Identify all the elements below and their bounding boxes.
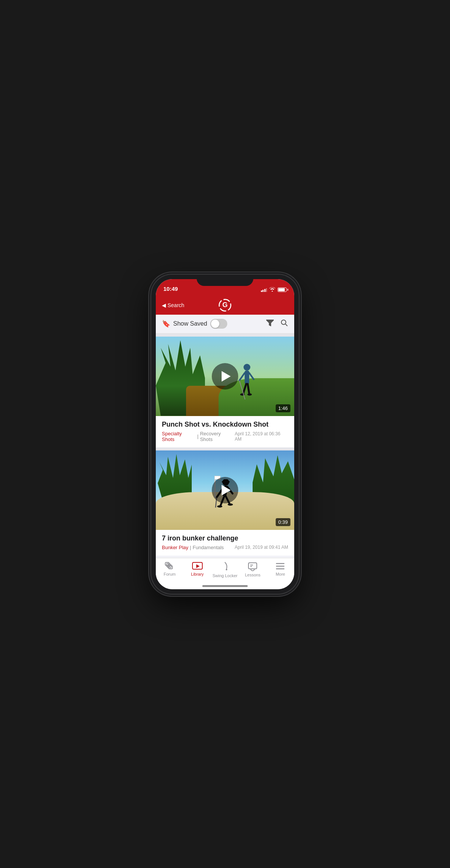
video-date-2: April 19, 2019 at 09:41 AM — [235, 545, 288, 550]
library-icon — [192, 562, 203, 570]
lessons-icon — [248, 562, 258, 571]
tab-forum[interactable]: Forum — [156, 562, 183, 576]
svg-text:G: G — [222, 301, 228, 309]
app-header: ◀ Search G — [156, 296, 294, 315]
svg-point-19 — [228, 503, 233, 506]
svg-line-6 — [249, 373, 254, 379]
notch — [197, 275, 253, 286]
video-meta-1: Specialty Shots | Recovery Shots April 1… — [162, 431, 288, 442]
tab-swing-locker[interactable]: Swing Locker — [211, 562, 239, 578]
section-divider-2 — [156, 447, 294, 450]
show-saved-section: 🔖 Show Saved — [162, 319, 266, 329]
video-duration-2: 0:39 — [276, 518, 290, 526]
video-thumbnail-2[interactable]: 0:39 — [156, 450, 294, 530]
tab-library-label: Library — [191, 572, 204, 576]
video-title-2: 7 iron bunker challenge — [162, 534, 288, 542]
video-duration-1: 1:46 — [276, 404, 290, 412]
tab-library[interactable]: Library — [183, 562, 211, 576]
video-info-1: Punch Shot vs. Knockdown Shot Specialty … — [156, 416, 294, 447]
wifi-icon — [269, 287, 275, 293]
tab-bar: Forum Library Swing Locker — [156, 558, 294, 589]
video-tags-1: Specialty Shots | Recovery Shots — [162, 431, 235, 442]
video-card: 1:46 Punch Shot vs. Knockdown Shot Speci… — [156, 337, 294, 447]
phone-frame: 10:49 — [151, 275, 299, 594]
tab-more[interactable]: More — [267, 562, 294, 576]
svg-point-2 — [281, 320, 286, 325]
toolbar-actions — [266, 319, 288, 329]
svg-line-8 — [248, 384, 249, 394]
svg-point-3 — [244, 364, 250, 371]
tag-primary-2[interactable]: Bunker Play — [162, 545, 188, 550]
signal-bars-icon — [261, 287, 267, 292]
status-icons — [261, 287, 287, 293]
play-button-2[interactable] — [212, 477, 238, 503]
tag-secondary-1: Recovery Shots — [200, 431, 235, 442]
svg-rect-28 — [248, 563, 257, 569]
home-indicator — [202, 585, 248, 587]
bookmark-icon: 🔖 — [162, 320, 170, 328]
video-card-2: 0:39 7 iron bunker challenge Bunker Play… — [156, 450, 294, 556]
video-thumbnail-1[interactable]: 1:46 — [156, 337, 294, 416]
tab-lessons[interactable]: Lessons — [239, 562, 267, 577]
more-icon — [275, 562, 285, 570]
search-icon[interactable] — [281, 319, 288, 329]
toolbar: 🔖 Show Saved — [156, 315, 294, 334]
swing-locker-icon — [221, 562, 229, 572]
play-button-1[interactable] — [212, 363, 238, 390]
video-meta-2: Bunker Play | Fundamentals April 19, 201… — [162, 545, 288, 550]
show-saved-toggle[interactable] — [210, 319, 227, 329]
video-info-2: 7 iron bunker challenge Bunker Play | Fu… — [156, 530, 294, 556]
tab-forum-label: Forum — [164, 572, 176, 576]
battery-icon — [278, 287, 287, 292]
filter-icon[interactable] — [266, 320, 274, 328]
svg-point-10 — [247, 393, 252, 396]
show-saved-label: Show Saved — [173, 320, 207, 327]
forum-icon — [165, 562, 175, 570]
back-arrow-icon: ◀ — [162, 302, 166, 308]
back-search-button[interactable]: ◀ Search — [162, 302, 184, 308]
tag-separator-1: | — [197, 433, 199, 439]
svg-line-7 — [243, 384, 246, 394]
video-tags-2: Bunker Play | Fundamentals — [162, 545, 224, 550]
video-date-1: April 12, 2019 at 06:36 AM — [235, 431, 288, 442]
svg-marker-26 — [196, 564, 200, 568]
tag-primary-1[interactable]: Specialty Shots — [162, 431, 196, 442]
tag-secondary-2: Fundamentals — [192, 545, 223, 550]
svg-point-18 — [217, 505, 222, 508]
tab-swing-locker-label: Swing Locker — [213, 573, 237, 578]
back-label: Search — [168, 302, 184, 308]
section-divider — [156, 334, 294, 337]
status-time: 10:49 — [163, 286, 178, 292]
video-title-1: Punch Shot vs. Knockdown Shot — [162, 421, 288, 429]
screen: 10:49 — [156, 279, 294, 589]
tab-lessons-label: Lessons — [245, 573, 261, 577]
svg-line-5 — [239, 373, 245, 380]
svg-point-27 — [226, 569, 227, 570]
content-area[interactable]: 1:46 Punch Shot vs. Knockdown Shot Speci… — [156, 334, 294, 558]
tab-more-label: More — [276, 572, 285, 576]
app-logo: G — [218, 298, 232, 312]
tag-separator-2: | — [190, 545, 191, 550]
